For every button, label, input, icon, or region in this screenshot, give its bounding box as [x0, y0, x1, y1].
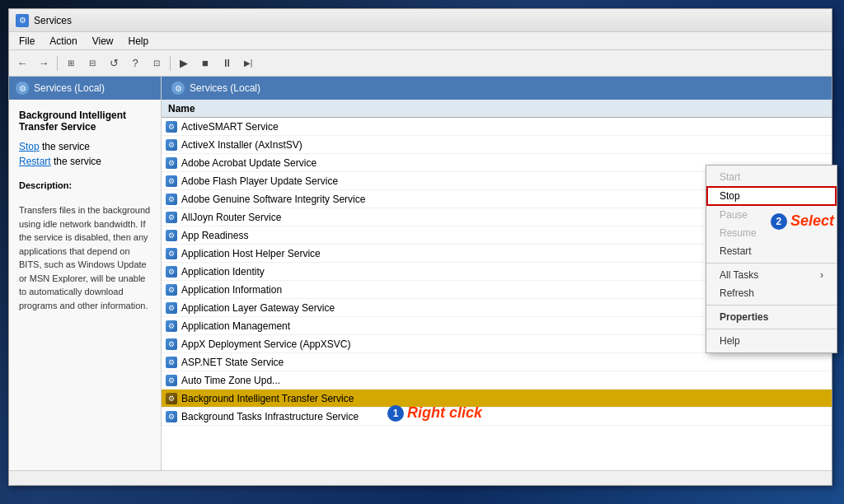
ctx-stop[interactable]: Stop [706, 186, 837, 206]
service-name-label: AllJoyn Router Service [181, 212, 281, 223]
ctx-sep-1 [706, 263, 837, 264]
service-name-label: Application Information [181, 284, 282, 296]
step-button[interactable]: ▶| [238, 54, 258, 73]
menu-view[interactable]: View [86, 34, 120, 49]
service-description: Transfers files in the background using … [19, 203, 151, 312]
service-icon [165, 138, 178, 152]
refresh-button[interactable]: ↺ [104, 54, 124, 73]
stop-label: the service [40, 141, 90, 152]
description-block: Description: Transfers files in the back… [19, 180, 151, 312]
service-icon [165, 374, 178, 387]
pause-button[interactable]: ⏸ [217, 54, 237, 73]
badge-1-circle: 1 [387, 405, 404, 422]
ctx-restart[interactable]: Restart [706, 242, 837, 260]
sidebar: ⚙ Services (Local) Background Intelligen… [9, 77, 162, 470]
service-row[interactable]: ASP.NET State Service [162, 353, 832, 371]
ctx-alltasks-arrow: › [820, 269, 823, 281]
ctx-alltasks-label: All Tasks [720, 269, 758, 281]
show-button[interactable]: ⊟ [82, 54, 102, 73]
stop-link[interactable]: Stop [19, 141, 40, 152]
service-icon [165, 247, 178, 260]
restart-label: the service [51, 156, 101, 167]
service-icon [165, 338, 178, 351]
service-row[interactable]: ActiveX Installer (AxInstSV) [162, 136, 832, 154]
window-title: Services [34, 15, 72, 26]
status-bar [9, 470, 832, 485]
badge-select-text: Select [790, 212, 834, 230]
menu-file[interactable]: File [12, 34, 41, 49]
service-row[interactable]: Background Intelligent Transfer Service [162, 390, 832, 408]
service-icon [165, 193, 178, 206]
badge-select-annotation: 2 Select [771, 212, 834, 230]
service-name-label: ActiveSMART Service [181, 121, 279, 133]
window-icon: ⚙ [16, 14, 29, 27]
center-header: ⚙ Services (Local) [162, 77, 832, 100]
menu-bar: File Action View Help [9, 32, 832, 50]
view-button[interactable]: ⊡ [147, 54, 166, 73]
menu-help[interactable]: Help [122, 34, 156, 49]
restart-action: Restart the service [19, 156, 151, 167]
up-button[interactable]: ⊞ [61, 54, 81, 73]
ctx-properties[interactable]: Properties [706, 308, 837, 326]
sidebar-content: Background Intelligent Transfer Service … [9, 100, 161, 470]
service-icon [165, 356, 178, 369]
ctx-refresh[interactable]: Refresh [706, 284, 837, 302]
context-menu: Start Stop Pause Resume Restart All Task… [706, 165, 837, 353]
menu-action[interactable]: Action [43, 34, 83, 49]
service-name-label: Application Host Helper Service [181, 248, 321, 259]
sidebar-header-text: Services (Local) [34, 82, 105, 94]
sidebar-icon: ⚙ [16, 82, 29, 95]
restart-link[interactable]: Restart [19, 156, 51, 167]
service-name-label: Background Tasks Infrastructure Service [181, 411, 359, 422]
ctx-alltasks[interactable]: All Tasks › [706, 266, 837, 284]
center-header-text: Services (Local) [190, 82, 260, 94]
stop-action: Stop the service [19, 141, 151, 152]
column-name: Name [168, 103, 195, 114]
ctx-sep-2 [706, 305, 837, 306]
service-icon [165, 120, 178, 133]
ctx-help[interactable]: Help [706, 332, 837, 350]
service-icon [165, 229, 178, 242]
ctx-start[interactable]: Start [706, 168, 837, 186]
service-name-label: ActiveX Installer (AxInstSV) [181, 139, 302, 151]
sidebar-service-name: Background Intelligent Transfer Service [19, 110, 151, 133]
service-icon [165, 320, 178, 333]
service-row[interactable]: Background Tasks Infrastructure Service [162, 408, 832, 426]
badge-2-circle: 2 [771, 213, 787, 230]
separator-1 [57, 56, 58, 71]
service-name-label: ASP.NET State Service [181, 357, 284, 368]
forward-button[interactable]: → [34, 54, 54, 73]
service-icon [165, 410, 178, 423]
back-button[interactable]: ← [12, 54, 32, 73]
badge-rightclick-text: Right click [407, 404, 482, 422]
service-name-label: Application Identity [181, 266, 265, 278]
service-icon [165, 156, 178, 170]
service-icon [165, 211, 178, 224]
service-icon [165, 392, 178, 405]
services-list-header: Name [162, 100, 832, 118]
service-name-label: Adobe Acrobat Update Service [181, 157, 316, 169]
badge-rightclick-annotation: 1 Right click [387, 404, 482, 422]
title-bar: ⚙ Services [9, 9, 832, 32]
service-icon [165, 301, 178, 315]
service-name-label: Adobe Genuine Software Integrity Service [181, 194, 365, 205]
help-button[interactable]: ? [125, 54, 145, 73]
service-row[interactable]: Auto Time Zone Upd... [162, 371, 832, 390]
ctx-sep-3 [706, 329, 837, 329]
desc-title: Description: [19, 180, 151, 190]
service-name-label: AppX Deployment Service (AppXSVC) [181, 338, 350, 350]
service-name-label: Auto Time Zone Upd... [181, 375, 280, 386]
service-icon [165, 265, 178, 278]
service-name-label: Application Management [181, 320, 290, 332]
service-icon [165, 283, 178, 296]
service-row[interactable]: ActiveSMART Service [162, 118, 832, 136]
service-icon [165, 175, 178, 188]
toolbar: ← → ⊞ ⊟ ↺ ? ⊡ ▶ ■ ⏸ ▶| [9, 50, 832, 77]
sidebar-header: ⚙ Services (Local) [9, 77, 161, 100]
stop-button[interactable]: ■ [195, 54, 215, 73]
service-name-label: Background Intelligent Transfer Service [181, 393, 354, 404]
separator-2 [170, 56, 171, 71]
play-button[interactable]: ▶ [174, 54, 194, 73]
service-name-label: Adobe Flash Player Update Service [181, 175, 338, 187]
service-name-label: App Readiness [181, 230, 248, 241]
